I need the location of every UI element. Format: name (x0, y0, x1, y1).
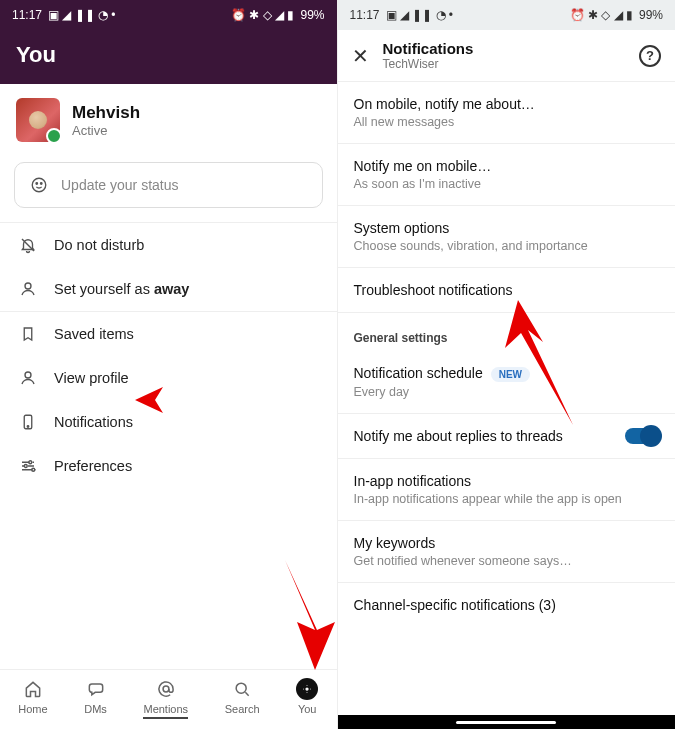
setting-sub: As soon as I'm inactive (354, 177, 660, 191)
setting-sub: In-app notifications appear while the ap… (354, 492, 660, 506)
nav-home-label: Home (18, 703, 47, 715)
setting-notify-on-mobile[interactable]: Notify me on mobile… As soon as I'm inac… (338, 144, 676, 206)
person-icon (18, 368, 38, 388)
menu-dnd[interactable]: Do not disturb (0, 223, 337, 267)
nav-search-label: Search (225, 703, 260, 715)
svg-point-10 (163, 686, 169, 692)
profile-name: Mehvish (72, 103, 140, 123)
update-status-button[interactable]: Update your status (14, 162, 323, 208)
bookmark-icon (18, 324, 38, 344)
header-subtitle: TechWiser (383, 57, 626, 71)
bell-off-icon (18, 235, 38, 255)
annotation-arrow-you-tab (275, 560, 345, 670)
status-time: 11:17 (12, 8, 42, 22)
setting-channel-specific[interactable]: Channel-specific notifications (3) (338, 583, 676, 627)
new-badge: NEW (491, 367, 530, 382)
nav-dms[interactable]: DMs (84, 678, 107, 719)
status-battery: 99% (300, 8, 324, 22)
setting-keywords[interactable]: My keywords Get notified whenever someon… (338, 521, 676, 583)
menu-preferences-label: Preferences (54, 458, 132, 474)
dms-icon (85, 678, 107, 700)
nav-mentions-label: Mentions (143, 703, 188, 719)
section-general: General settings (338, 313, 676, 351)
menu-saved[interactable]: Saved items (0, 312, 337, 356)
setting-title: Notify me about replies to threads (354, 428, 563, 444)
setting-sub: Every day (354, 385, 660, 399)
setting-sub: All new messages (354, 115, 660, 129)
setting-sub: Choose sounds, vibration, and importance (354, 239, 660, 253)
nav-handle[interactable] (338, 715, 676, 729)
setting-troubleshoot[interactable]: Troubleshoot notifications (338, 268, 676, 313)
setting-in-app[interactable]: In-app notifications In-app notification… (338, 459, 676, 521)
menu-view-profile[interactable]: View profile (0, 356, 337, 400)
person-away-icon (18, 279, 38, 299)
svg-point-9 (32, 468, 35, 471)
status-battery: 99% (639, 8, 663, 22)
status-placeholder: Update your status (61, 177, 179, 193)
menu-view-profile-label: View profile (54, 370, 129, 386)
nav-home[interactable]: Home (18, 678, 47, 719)
setting-system-options[interactable]: System options Choose sounds, vibration,… (338, 206, 676, 268)
setting-title: Troubleshoot notifications (354, 282, 660, 298)
page-title: You (16, 42, 321, 68)
menu-dnd-label: Do not disturb (54, 237, 144, 253)
nav-you[interactable]: You (296, 678, 318, 719)
svg-point-4 (25, 372, 31, 378)
setting-title: System options (354, 220, 660, 236)
avatar (16, 98, 60, 142)
nav-dms-label: DMs (84, 703, 107, 715)
svg-point-12 (306, 688, 308, 690)
notifications-header: ✕ Notifications TechWiser ? (338, 30, 676, 82)
you-icon (296, 678, 318, 700)
menu-away-label: Set yourself as away (54, 281, 189, 297)
status-right-icons: ⏰ ✱ ◇ ◢ ▮ (231, 9, 294, 21)
you-header: You (0, 30, 337, 84)
svg-point-7 (29, 461, 32, 464)
svg-point-8 (24, 465, 27, 468)
svg-point-2 (41, 183, 43, 185)
svg-point-11 (236, 683, 246, 693)
bottom-nav: Home DMs Mentions Search You (0, 669, 337, 729)
status-left-icons: ▣ ◢ ❚❚ ◔ • (48, 9, 116, 21)
setting-sub: Get notified whenever someone says… (354, 554, 660, 568)
search-icon (231, 678, 253, 700)
setting-title: In-app notifications (354, 473, 660, 489)
status-left-icons: ▣ ◢ ❚❚ ◔ • (386, 9, 454, 21)
menu-saved-label: Saved items (54, 326, 134, 342)
menu-away[interactable]: Set yourself as away (0, 267, 337, 311)
setting-mobile-notify[interactable]: On mobile, notify me about… All new mess… (338, 82, 676, 144)
threads-toggle[interactable] (625, 428, 659, 444)
setting-title: My keywords (354, 535, 660, 551)
setting-title: Notification scheduleNEW (354, 365, 660, 382)
menu-notifications[interactable]: Notifications (0, 400, 337, 444)
phone-bell-icon (18, 412, 38, 432)
at-icon (155, 678, 177, 700)
setting-threads[interactable]: Notify me about replies to threads (338, 414, 676, 459)
status-right-icons: ⏰ ✱ ◇ ◢ ▮ (570, 9, 633, 21)
setting-schedule[interactable]: Notification scheduleNEW Every day (338, 351, 676, 414)
menu-preferences[interactable]: Preferences (0, 444, 337, 488)
nav-search[interactable]: Search (225, 678, 260, 719)
sliders-icon (18, 456, 38, 476)
menu-notifications-label: Notifications (54, 414, 133, 430)
svg-point-6 (27, 426, 29, 428)
setting-title: On mobile, notify me about… (354, 96, 660, 112)
nav-you-label: You (298, 703, 317, 715)
close-icon[interactable]: ✕ (352, 44, 369, 68)
nav-mentions[interactable]: Mentions (143, 678, 188, 719)
status-bar-left: 11:17 ▣ ◢ ❚❚ ◔ • ⏰ ✱ ◇ ◢ ▮ 99% (0, 0, 337, 30)
profile-row[interactable]: Mehvish Active (0, 84, 337, 156)
home-icon (22, 678, 44, 700)
setting-title: Notify me on mobile… (354, 158, 660, 174)
status-time: 11:17 (350, 8, 380, 22)
svg-point-1 (36, 183, 38, 185)
smile-icon (29, 175, 49, 195)
svg-point-3 (25, 283, 31, 289)
profile-status: Active (72, 123, 140, 138)
setting-title: Channel-specific notifications (3) (354, 597, 660, 613)
svg-point-0 (32, 178, 46, 192)
help-icon[interactable]: ? (639, 45, 661, 67)
header-title: Notifications (383, 40, 626, 57)
status-bar-right: 11:17 ▣ ◢ ❚❚ ◔ • ⏰ ✱ ◇ ◢ ▮ 99% (338, 0, 676, 30)
